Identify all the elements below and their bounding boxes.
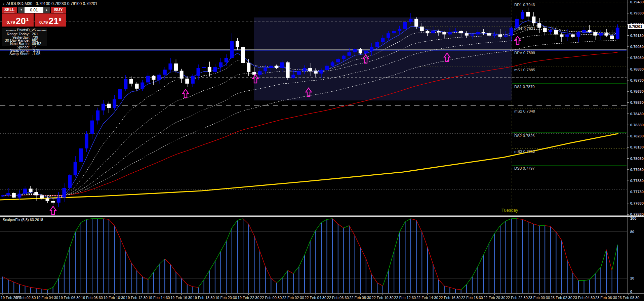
pivot-labels: DR1 0.7943mR1 0.7921DPV 0.7899mS1 0.7885… bbox=[514, 3, 535, 170]
ohlc-values: 0.79100 0.79230 0.79100 0.79201 bbox=[36, 1, 97, 6]
price-tick-label: 0.78830 bbox=[630, 67, 644, 71]
price-tick-label: 0.78730 bbox=[630, 78, 644, 82]
sell-price-prefix: 0.79 bbox=[6, 20, 15, 25]
time-tick-label: 19 Feb 06:30 bbox=[59, 296, 81, 300]
buy-price-pip: 8 bbox=[59, 17, 61, 22]
pivot-label-mR1: mR1 0.7921 bbox=[514, 27, 535, 31]
time-tick-label: 22 Feb 02:30 bbox=[282, 296, 304, 300]
buy-price-prefix: 0.79 bbox=[39, 20, 48, 25]
price-tick-label: 0.77730 bbox=[630, 190, 644, 194]
price-tick-label: 0.78230 bbox=[630, 134, 644, 138]
mt4-chart-window: DR1 0.7943mR1 0.7921DPV 0.7899mS1 0.7885… bbox=[0, 0, 644, 301]
time-tick-label: 22 Feb 06:30 bbox=[327, 296, 349, 300]
session-highlight-box bbox=[254, 17, 512, 100]
price-axis: 0.794300.793300.792300.791300.790300.789… bbox=[627, 0, 644, 294]
volume-increase-icon[interactable]: ▲ bbox=[43, 7, 50, 13]
oscillator-title: ScalperFix (5,8) 63.2618 bbox=[3, 218, 43, 222]
price-tick-label: 0.78330 bbox=[630, 123, 644, 127]
time-tick-label: 22 Feb 18:30 bbox=[461, 296, 483, 300]
pivot-label-mS3: mS3 0.7812 bbox=[514, 149, 535, 154]
time-tick-label: 19 Feb 16:30 bbox=[170, 296, 192, 300]
one-click-trading-widget: SELL ▼ ▲ BUY 0.79 20 1 0.79 21 8 bbox=[2, 7, 66, 27]
pivot-label-DS2: DS2 0.7826 bbox=[514, 134, 535, 138]
time-tick-label: 22 Feb 08:30 bbox=[349, 296, 371, 300]
pivot-label-DR1: DR1 0.7943 bbox=[514, 3, 535, 7]
expand-triangle-icon[interactable]: ▲ bbox=[2, 2, 5, 6]
sell-price-big: 20 bbox=[16, 17, 26, 26]
up-arrow-icon bbox=[183, 89, 189, 98]
oscillator-scale-label: 20 bbox=[630, 276, 634, 280]
oscillator-scale-label: 0 bbox=[630, 290, 632, 294]
time-tick-label: 19 Feb 02:30 bbox=[14, 296, 36, 300]
panel-separators bbox=[0, 215, 644, 294]
volume-stepper: ▼ ▲ bbox=[18, 7, 50, 13]
price-tick-label: 0.77530 bbox=[630, 212, 644, 216]
price-tick-label: 0.77930 bbox=[630, 168, 644, 172]
pivot-label-mS2: mS2 0.7848 bbox=[514, 109, 535, 113]
price-tick-label: 0.79430 bbox=[630, 0, 644, 4]
price-tick-label: 0.78630 bbox=[630, 89, 644, 93]
oscillator-histogram bbox=[3, 219, 617, 293]
volume-decrease-icon[interactable]: ▼ bbox=[18, 7, 25, 13]
oscillator-levels bbox=[0, 232, 627, 278]
time-tick-label: 22 Feb 22:30 bbox=[506, 296, 528, 300]
time-tick-label: 19 Feb 04:30 bbox=[36, 296, 58, 300]
time-tick-label: 22 Feb 10:30 bbox=[372, 296, 394, 300]
buy-price-button[interactable]: 0.79 21 8 bbox=[35, 13, 67, 27]
time-tick-label: 22 Feb 04:30 bbox=[305, 296, 326, 300]
price-tick-label: 0.77830 bbox=[630, 179, 644, 183]
pivot-label-DS3: DS3 0.7797 bbox=[514, 166, 535, 170]
time-tick-label: 23 Feb 08:30 bbox=[618, 296, 640, 300]
price-tick-label: 0.78030 bbox=[630, 157, 644, 161]
time-tick-label: 19 Feb 20:30 bbox=[215, 296, 237, 300]
time-tick-label: 19 Feb 08:30 bbox=[81, 296, 103, 300]
current-price-box: 0.79201 bbox=[628, 24, 644, 29]
day-separator-label: Tuesday bbox=[501, 208, 518, 213]
pivot-label-mS1: mS1 0.7885 bbox=[514, 68, 535, 72]
pivots-info-panel: -------- PivotsD_v5 -------- Range Today… bbox=[2, 28, 52, 55]
price-tick-label: 0.78930 bbox=[630, 56, 644, 60]
price-tick-label: 0.79030 bbox=[630, 45, 644, 49]
time-tick-label: 23 Feb 04:30 bbox=[573, 296, 595, 300]
price-tick-label: 0.78430 bbox=[630, 112, 644, 116]
price-tick-label: 0.79130 bbox=[630, 34, 644, 38]
time-tick-label: 19 Feb 18:30 bbox=[193, 296, 215, 300]
buy-price-big: 21 bbox=[48, 17, 58, 26]
time-tick-label: 23 Feb 00:30 bbox=[528, 296, 550, 300]
price-tick-label: 0.77630 bbox=[630, 201, 644, 205]
time-tick-label: 22 Feb 20:30 bbox=[483, 296, 505, 300]
symbol-period-label: AUDUSD,M30 bbox=[6, 1, 32, 6]
up-arrow-icon bbox=[515, 36, 521, 45]
time-tick-label: 22 Feb 12:30 bbox=[394, 296, 416, 300]
price-tick-label: 0.78530 bbox=[630, 100, 644, 104]
pivot-label-DPV: DPV 0.7899 bbox=[514, 51, 535, 55]
time-tick-label: 23 Feb 02:30 bbox=[551, 296, 572, 300]
time-tick-label: 19 Feb 12:30 bbox=[126, 296, 148, 300]
time-tick-label: 22 Feb 14:30 bbox=[416, 296, 438, 300]
up-arrow-icon bbox=[50, 206, 56, 215]
sell-price-pip: 1 bbox=[26, 17, 29, 22]
time-tick-label: 23 Feb 06:30 bbox=[595, 296, 617, 300]
sell-price-button[interactable]: 0.79 20 1 bbox=[2, 13, 34, 27]
pivots-panel-row: Swap Short:-1.95 bbox=[2, 52, 47, 56]
sell-button[interactable]: SELL bbox=[2, 7, 17, 13]
time-tick-label: 22 Feb 00:30 bbox=[260, 296, 282, 300]
pivot-label-DS1: DS1 0.7870 bbox=[514, 85, 535, 89]
time-tick-label: 22 Feb 16:30 bbox=[439, 296, 460, 300]
time-tick-label: 19 Feb 14:30 bbox=[148, 296, 170, 300]
oscillator-scale-label: 80 bbox=[630, 230, 634, 234]
volume-input[interactable] bbox=[25, 7, 43, 13]
oscillator-scale: 10080200 bbox=[630, 216, 636, 294]
buy-button[interactable]: BUY bbox=[51, 7, 66, 13]
time-axis: 19 Feb 202119 Feb 02:3019 Feb 04:3019 Fe… bbox=[1, 294, 639, 300]
chart-title: ▲AUDUSD,M300.79100 0.79230 0.79100 0.792… bbox=[2, 1, 97, 6]
oscillator-scale-label: 100 bbox=[630, 216, 636, 220]
time-tick-label: 19 Feb 10:30 bbox=[104, 296, 125, 300]
time-tick-label: 19 Feb 22:30 bbox=[238, 296, 259, 300]
main-chart-canvas: DR1 0.7943mR1 0.7921DPV 0.7899mS1 0.7885… bbox=[0, 0, 644, 301]
price-tick-label: 0.79330 bbox=[630, 11, 644, 15]
price-tick-label: 0.78130 bbox=[630, 145, 644, 149]
